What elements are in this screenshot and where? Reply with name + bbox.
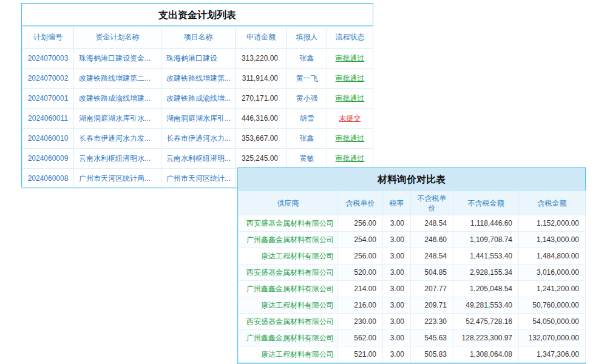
cell-project-name[interactable]: 珠海鹤港口建设 (161, 49, 236, 69)
cell-project-name[interactable]: 长春市伊通河水力... (161, 129, 236, 149)
cell-plan-id[interactable]: 2024070002 (22, 69, 74, 89)
status-link[interactable]: 审批通过 (336, 54, 365, 62)
column-header-tax-rate: 税率 (383, 191, 411, 215)
cell-supplier[interactable]: 西安盛器金属材料有限公司 (239, 215, 338, 232)
table-row: 2024060010 长春市伊通河水力发... 长春市伊通河水力... 353,… (22, 129, 373, 149)
cell-apply-amount: 446,316.00 (236, 109, 287, 129)
cell-taxed-unit-price: 256.00 (338, 248, 383, 265)
cell-taxed-unit-price: 214.00 (338, 281, 383, 297)
cell-untaxed-amount: 1,308,064.08 (453, 346, 519, 363)
cell-project-name[interactable]: 改建铁路成渝线增... (161, 89, 236, 109)
cell-untaxed-unit-price: 223.30 (411, 314, 453, 330)
table-row: 2024070003 珠海鹤港口建设资金... 珠海鹤港口建设 313,220.… (22, 49, 373, 69)
cell-apply-amount: 313,220.00 (236, 49, 287, 69)
cell-supplier[interactable]: 康达工程材料有限公司 (239, 346, 338, 363)
cell-untaxed-unit-price: 248.54 (411, 215, 453, 232)
cell-taxed-unit-price: 254.00 (338, 232, 383, 248)
cell-tax-rate: 3.00 (383, 330, 411, 346)
cell-taxed-unit-price: 216.00 (338, 297, 383, 314)
cell-fund-plan-name[interactable]: 改建铁路线增建第二... (74, 69, 161, 89)
table-row: 2024060009 云南水利枢纽潜明水... 云南水利枢纽潜明... 325,… (22, 149, 373, 169)
cell-reporter[interactable]: 黄敏 (287, 149, 327, 169)
table-row: 西安盛器金属材料有限公司 520.00 3.00 504.85 2,928,15… (239, 265, 586, 281)
table-row: 康达工程材料有限公司 256.00 3.00 248.54 1,441,553.… (239, 248, 586, 265)
cell-fund-plan-name[interactable]: 改建铁路成渝线增建... (74, 89, 161, 109)
column-header-status: 流程状态 (327, 27, 373, 49)
cell-supplier[interactable]: 西安盛器金属材料有限公司 (239, 314, 338, 330)
cell-tax-rate: 3.00 (383, 297, 411, 314)
cell-taxed-amount: 1,484,800.00 (519, 248, 586, 265)
status-link[interactable]: 审批通过 (336, 134, 365, 143)
cell-plan-id[interactable]: 2024060010 (22, 129, 74, 149)
cell-taxed-unit-price: 230.00 (338, 314, 383, 330)
cell-reporter[interactable]: 张鑫 (287, 49, 327, 69)
cell-untaxed-unit-price: 505.83 (411, 346, 453, 363)
cell-project-name[interactable]: 云南水利枢纽潜明... (161, 149, 236, 169)
material-quote-panel: 材料询价对比表 供应商 含税单价 税率 不含税单价 不含税金额 含税金额 西安盛… (237, 167, 586, 364)
cell-apply-amount: 270,171.00 (236, 89, 287, 109)
cell-untaxed-amount: 52,475,728.16 (453, 314, 519, 330)
cell-status: 未提交 (327, 109, 373, 129)
cell-untaxed-amount: 1,441,553.40 (453, 248, 519, 265)
column-header-untaxed-amount: 不含税金额 (453, 191, 519, 215)
status-link[interactable]: 审批通过 (336, 94, 365, 103)
status-link[interactable]: 审批通过 (336, 74, 365, 83)
cell-fund-plan-name[interactable]: 珠海鹤港口建设资金... (74, 49, 161, 69)
cell-status: 审批通过 (327, 149, 373, 169)
table-row: 西安盛器金属材料有限公司 230.00 3.00 223.30 52,475,7… (239, 314, 586, 330)
cell-untaxed-unit-price: 209.71 (411, 297, 453, 314)
cell-taxed-unit-price: 521.00 (338, 346, 383, 363)
cell-supplier[interactable]: 西安盛器金属材料有限公司 (239, 265, 338, 281)
column-header-fund-plan-name: 资金计划名称 (74, 27, 161, 49)
cell-plan-id[interactable]: 2024060009 (22, 149, 74, 169)
cell-reporter[interactable]: 黄小强 (287, 89, 327, 109)
table-row: 广州鑫鑫金属材料有限公司 214.00 3.00 207.77 1,205,04… (239, 281, 586, 297)
status-link[interactable]: 审批通过 (336, 154, 365, 163)
cell-project-name[interactable]: 改建铁路线增建第... (161, 69, 236, 89)
cell-untaxed-amount: 128,223,300.97 (453, 330, 519, 346)
column-header-apply-amount: 申请金额 (236, 27, 287, 49)
table-row: 广州鑫鑫金属材料有限公司 562.00 3.00 545.63 128,223,… (239, 330, 586, 346)
cell-reporter[interactable]: 黄一飞 (287, 69, 327, 89)
cell-taxed-amount: 50,760,000.00 (519, 297, 586, 314)
cell-status: 审批通过 (327, 129, 373, 149)
cell-taxed-amount: 3,016,000.00 (519, 265, 586, 281)
cell-taxed-amount: 1,241,200.00 (519, 281, 586, 297)
cell-plan-id[interactable]: 2024070003 (22, 49, 74, 69)
cell-supplier[interactable]: 广州鑫鑫金属材料有限公司 (239, 330, 338, 346)
cell-untaxed-amount: 49,281,553.40 (453, 297, 519, 314)
cell-supplier[interactable]: 康达工程材料有限公司 (239, 248, 338, 265)
cell-untaxed-unit-price: 246.60 (411, 232, 453, 248)
cell-reporter[interactable]: 张鑫 (287, 129, 327, 149)
cell-taxed-amount: 1,152,000.00 (519, 215, 586, 232)
cell-supplier[interactable]: 康达工程材料有限公司 (239, 297, 338, 314)
column-header-supplier: 供应商 (239, 191, 338, 215)
cell-project-name[interactable]: 湖南洞庭湖水库引... (161, 109, 236, 129)
cell-fund-plan-name[interactable]: 广州市天河区统计局... (74, 169, 161, 189)
status-link[interactable]: 未提交 (339, 114, 361, 123)
table-row: 广州鑫鑫金属材料有限公司 254.00 3.00 246.60 1,109,70… (239, 232, 586, 248)
column-header-plan-id: 计划编号 (22, 27, 74, 49)
table-row: 康达工程材料有限公司 521.00 3.00 505.83 1,308,064.… (239, 346, 586, 363)
cell-supplier[interactable]: 广州鑫鑫金属材料有限公司 (239, 232, 338, 248)
cell-taxed-unit-price: 256.00 (338, 215, 383, 232)
cell-status: 审批通过 (327, 89, 373, 109)
cell-fund-plan-name[interactable]: 长春市伊通河水力发... (74, 129, 161, 149)
column-header-taxed-unit-price: 含税单价 (338, 191, 383, 215)
cell-fund-plan-name[interactable]: 云南水利枢纽潜明水... (74, 149, 161, 169)
cell-plan-id[interactable]: 2024060008 (22, 169, 74, 189)
cell-tax-rate: 3.00 (383, 232, 411, 248)
screen: 支出资金计划列表 计划编号 资金计划名称 项目名称 申请金额 填报人 流程状态 … (0, 0, 607, 364)
table-header-row: 计划编号 资金计划名称 项目名称 申请金额 填报人 流程状态 (22, 27, 373, 49)
cell-tax-rate: 3.00 (383, 314, 411, 330)
cell-fund-plan-name[interactable]: 湖南洞庭湖水库引水... (74, 109, 161, 129)
cell-untaxed-unit-price: 207.77 (411, 281, 453, 297)
cell-plan-id[interactable]: 2024060011 (22, 109, 74, 129)
column-header-taxed-amount: 含税金额 (519, 191, 586, 215)
cell-plan-id[interactable]: 2024070001 (22, 89, 74, 109)
cell-reporter[interactable]: 胡雪 (287, 109, 327, 129)
column-header-project-name: 项目名称 (161, 27, 236, 49)
cell-supplier[interactable]: 广州鑫鑫金属材料有限公司 (239, 281, 338, 297)
cell-taxed-amount: 1,143,000.00 (519, 232, 586, 248)
cell-project-name[interactable]: 广州市天河区统计... (161, 169, 236, 189)
